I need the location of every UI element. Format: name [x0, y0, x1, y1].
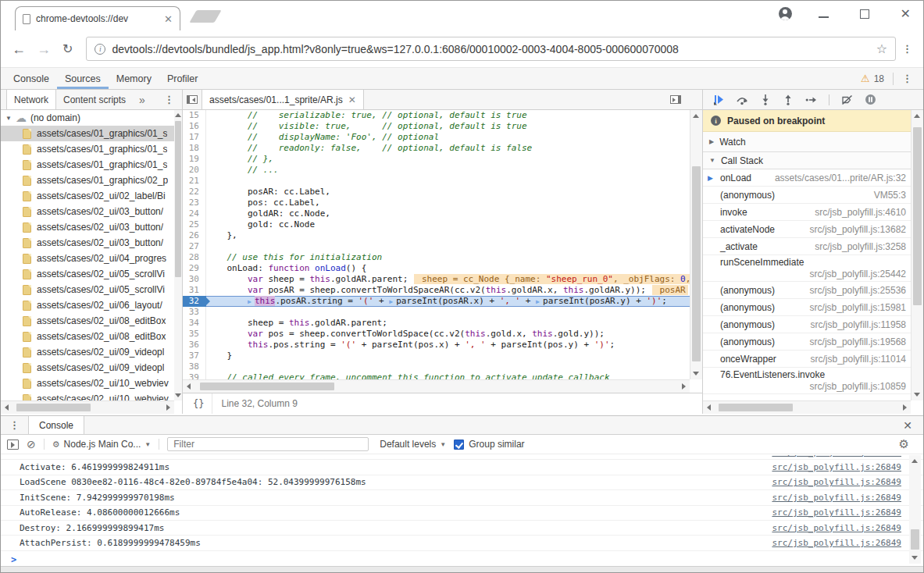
console-prompt[interactable]: >: [1, 551, 923, 566]
line-number[interactable]: 31: [183, 285, 206, 296]
code-editor[interactable]: 15 // serializable: true, // optional, d…: [183, 110, 690, 379]
call-stack-frame[interactable]: activateNodesrc/jsb_polyfill.js:13682: [703, 221, 911, 238]
scrollbar-thumb[interactable]: [719, 404, 793, 411]
main-tab-profiler[interactable]: Profiler: [159, 68, 206, 89]
call-stack-frame[interactable]: invokesrc/jsb_polyfill.js:4610: [703, 204, 911, 221]
scroll-up-icon[interactable]: [175, 113, 181, 117]
profile-icon[interactable]: [779, 7, 792, 20]
line-number[interactable]: 38: [183, 361, 206, 372]
group-similar-toggle[interactable]: Group similar: [454, 439, 524, 450]
scroll-left-icon[interactable]: [5, 404, 9, 411]
console-source-link[interactable]: src/jsb_polyfill.js:26849: [756, 455, 901, 457]
scrollbar-thumb[interactable]: [692, 166, 701, 361]
call-stack-frame[interactable]: (anonymous)src/jsb_polyfill.js:25536: [703, 282, 911, 299]
debugger-horizontal-scrollbar[interactable]: [703, 400, 911, 414]
file-tree-item[interactable]: assets/cases/02_ui/08_editBox: [1, 313, 182, 329]
bookmark-star-icon[interactable]: ☆: [876, 41, 887, 56]
scroll-left-icon[interactable]: [707, 404, 711, 411]
scroll-up-icon[interactable]: [914, 114, 920, 118]
line-number[interactable]: 17: [183, 132, 206, 143]
file-tree-item[interactable]: assets/cases/01_graphics/02_p: [1, 173, 182, 188]
debugger-vertical-scrollbar[interactable]: [911, 110, 923, 400]
close-file-icon[interactable]: ✕: [348, 94, 356, 105]
file-tree-item[interactable]: assets/cases/02_ui/06_layout/: [1, 297, 182, 313]
line-number[interactable]: 33: [183, 307, 206, 318]
warning-badge[interactable]: ⚠ 18: [861, 73, 884, 84]
line-number[interactable]: 19: [183, 154, 206, 165]
browser-tab[interactable]: chrome-devtools://dev ✕: [15, 6, 180, 30]
file-tree-item[interactable]: assets/cases/02_ui/08_editBox: [1, 329, 182, 344]
file-tree-item[interactable]: assets/cases/02_ui/03_button/: [1, 235, 182, 251]
file-tree-root[interactable]: ▼ ☁ (no domain): [1, 110, 182, 126]
line-number[interactable]: 21: [183, 176, 206, 187]
line-number[interactable]: 37: [183, 351, 206, 361]
line-number[interactable]: 28: [183, 252, 206, 263]
file-tree-item[interactable]: assets/cases/01_graphics/01_s: [1, 141, 182, 157]
console-settings-gear-icon[interactable]: ⚙: [899, 437, 909, 451]
line-number[interactable]: 24: [183, 208, 206, 219]
scroll-down-icon[interactable]: [693, 372, 699, 375]
scroll-down-icon[interactable]: [912, 556, 918, 560]
file-tree-item[interactable]: assets/cases/02_ui/10_webviev: [1, 375, 182, 391]
javascript-context-selector[interactable]: ⚙ Node.js Main Co... ▼: [52, 439, 152, 450]
call-stack-frame[interactable]: ▶onLoadassets/cases/01...prite/AR.js:32: [703, 169, 911, 187]
line-number[interactable]: 18: [183, 143, 206, 154]
watch-section-header[interactable]: ▶ Watch: [703, 132, 923, 152]
call-stack-frame[interactable]: (anonymous)VM55:3: [703, 187, 911, 204]
line-number[interactable]: 36: [183, 340, 206, 351]
line-number[interactable]: 22: [183, 187, 206, 198]
line-number[interactable]: 29: [183, 263, 206, 274]
navigator-vertical-scrollbar[interactable]: [174, 110, 182, 400]
file-tree-item[interactable]: assets/cases/02_ui/05_scrollVi: [1, 282, 182, 297]
scroll-left-icon[interactable]: [187, 383, 191, 390]
step-icon[interactable]: [805, 94, 817, 105]
editor-file-tab[interactable]: assets/cases/01...1_sprite/AR.js ✕: [202, 90, 364, 109]
call-stack-frame[interactable]: _activatesrc/jsb_polyfill.js:3258: [703, 238, 911, 255]
step-out-icon[interactable]: [783, 94, 794, 105]
step-into-icon[interactable]: [760, 94, 771, 105]
devtools-menu-icon[interactable]: ⋮: [902, 73, 912, 84]
new-tab-button[interactable]: [189, 10, 221, 23]
navigator-tab-content-scripts[interactable]: Content scripts: [56, 90, 133, 109]
navigator-horizontal-scrollbar[interactable]: [1, 400, 174, 414]
file-tree-item[interactable]: assets/cases/02_ui/04_progres: [1, 251, 182, 266]
line-number[interactable]: 23: [183, 198, 206, 208]
console-vertical-scrollbar[interactable]: [909, 455, 921, 564]
line-number[interactable]: 39: [183, 372, 206, 379]
pretty-print-button[interactable]: {}: [183, 393, 212, 414]
url-text[interactable]: devtools://devtools/bundled/js_app.html?…: [112, 43, 869, 55]
navigator-menu-icon[interactable]: ⋮: [164, 94, 174, 105]
console-source-link[interactable]: src/jsb_polyfill.js:26849: [756, 507, 901, 518]
main-tab-memory[interactable]: Memory: [109, 68, 159, 89]
pause-on-exceptions-icon[interactable]: [865, 94, 876, 105]
file-tree-item[interactable]: assets/cases/02_ui/05_scrollVi: [1, 266, 182, 282]
file-tree-item[interactable]: assets/cases/02_ui/03_button/: [1, 219, 182, 235]
file-tree-item[interactable]: assets/cases/02_ui/02_label/Bi: [1, 188, 182, 204]
file-tree-item[interactable]: assets/cases/02_ui/03_button/: [1, 204, 182, 219]
scrollbar-thumb[interactable]: [913, 127, 922, 305]
hide-navigator-icon[interactable]: [183, 90, 202, 109]
call-stack-frame[interactable]: 76.EventListeners.invokesrc/jsb_polyfill…: [703, 368, 911, 394]
clear-console-icon[interactable]: ⊘: [27, 439, 36, 450]
minimize-button[interactable]: [819, 16, 829, 18]
call-stack-frame[interactable]: runSceneImmediatesrc/jsb_polyfill.js:254…: [703, 255, 911, 282]
file-tree-item[interactable]: assets/cases/01_graphics/01_s: [1, 157, 182, 173]
line-number[interactable]: 20: [183, 165, 206, 176]
line-number[interactable]: 26: [183, 230, 206, 241]
scroll-up-icon[interactable]: [912, 459, 918, 463]
line-number[interactable]: 30: [183, 274, 206, 285]
maximize-button[interactable]: [860, 9, 869, 19]
main-tab-console[interactable]: Console: [5, 68, 57, 89]
call-stack-frame[interactable]: (anonymous)src/jsb_polyfill.js:19568: [703, 333, 911, 351]
chevron-down-icon[interactable]: ▼: [709, 157, 715, 164]
console-source-link[interactable]: src/jsb_polyfill.js:26849: [756, 462, 901, 472]
call-stack-frame[interactable]: (anonymous)src/jsb_polyfill.js:15981: [703, 299, 911, 316]
scroll-down-icon[interactable]: [914, 393, 920, 397]
reload-icon[interactable]: ↻: [62, 43, 73, 55]
file-tree-item[interactable]: assets/cases/02_ui/10_webviev: [1, 391, 182, 400]
navigator-tab-network[interactable]: Network: [6, 90, 56, 109]
back-icon[interactable]: ←: [12, 42, 26, 56]
line-number[interactable]: 27: [183, 241, 206, 252]
editor-vertical-scrollbar[interactable]: [690, 110, 702, 379]
step-over-icon[interactable]: [736, 94, 748, 105]
